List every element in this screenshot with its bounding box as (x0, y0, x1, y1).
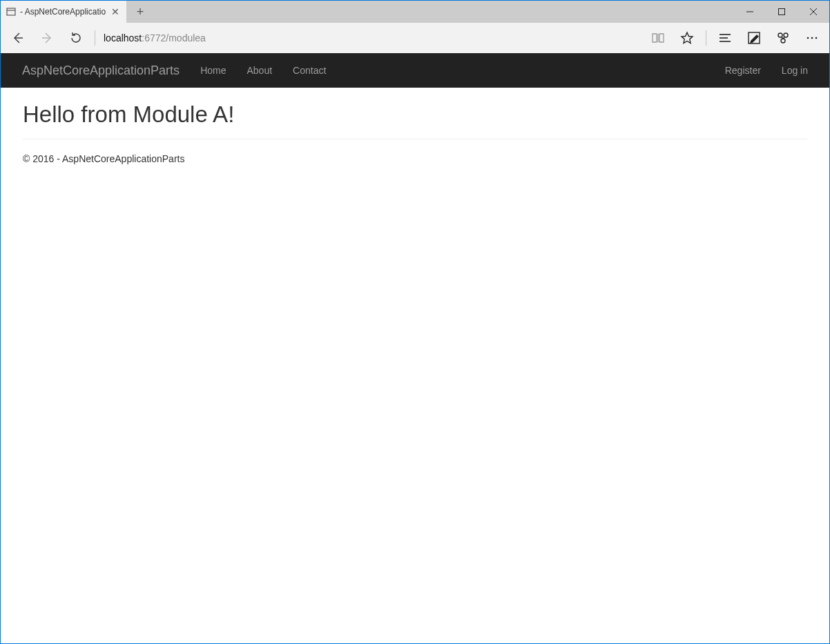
forward-button[interactable] (32, 23, 61, 53)
browser-tab-title: - AspNetCoreApplicatio (20, 7, 106, 17)
nav-links-right: Register Log in (715, 53, 818, 88)
new-tab-button[interactable]: + (126, 1, 154, 23)
url-path: :6772/modulea (142, 32, 206, 43)
browser-title-bar: - AspNetCoreApplicatio ✕ + (1, 1, 829, 23)
content-divider (23, 139, 807, 139)
svg-point-17 (807, 37, 809, 39)
browser-tab[interactable]: - AspNetCoreApplicatio ✕ (1, 1, 126, 23)
site-navbar: AspNetCoreApplicationParts Home About Co… (1, 53, 829, 88)
svg-point-19 (815, 37, 818, 39)
page-icon (6, 7, 16, 17)
nav-link-about[interactable]: About (236, 53, 282, 88)
maximize-button[interactable] (766, 1, 798, 23)
footer-text: © 2016 - AspNetCoreApplicationParts (23, 153, 807, 164)
page-body: Hello from Module A! © 2016 - AspNetCore… (1, 88, 829, 178)
svg-marker-9 (682, 32, 693, 43)
nav-link-login[interactable]: Log in (771, 53, 818, 88)
reading-view-icon[interactable] (644, 23, 673, 53)
svg-rect-0 (7, 8, 15, 15)
icons-divider (706, 30, 706, 46)
nav-link-register[interactable]: Register (715, 53, 771, 88)
address-bar[interactable]: localhost:6772/modulea (99, 32, 644, 43)
address-divider (95, 30, 95, 46)
refresh-button[interactable] (61, 23, 90, 53)
share-icon[interactable] (769, 23, 798, 53)
window-controls (734, 1, 829, 23)
navbar-brand[interactable]: AspNetCoreApplicationParts (12, 64, 190, 78)
svg-rect-3 (779, 9, 785, 15)
nav-links-left: Home About Contact (190, 53, 336, 88)
back-button[interactable] (3, 23, 32, 53)
hub-icon[interactable] (711, 23, 740, 53)
browser-address-row: localhost:6772/modulea (1, 23, 829, 53)
close-button[interactable] (798, 1, 829, 23)
minimize-button[interactable] (734, 1, 766, 23)
web-note-icon[interactable] (740, 23, 769, 53)
nav-link-contact[interactable]: Contact (282, 53, 336, 88)
url-host: localhost (104, 32, 142, 43)
tab-close-icon[interactable]: ✕ (110, 7, 121, 17)
more-icon[interactable] (798, 23, 827, 53)
favorite-icon[interactable] (673, 23, 702, 53)
nav-link-home[interactable]: Home (190, 53, 236, 88)
svg-point-18 (811, 37, 813, 39)
page-heading: Hello from Module A! (23, 101, 807, 128)
browser-right-icons (644, 23, 827, 53)
